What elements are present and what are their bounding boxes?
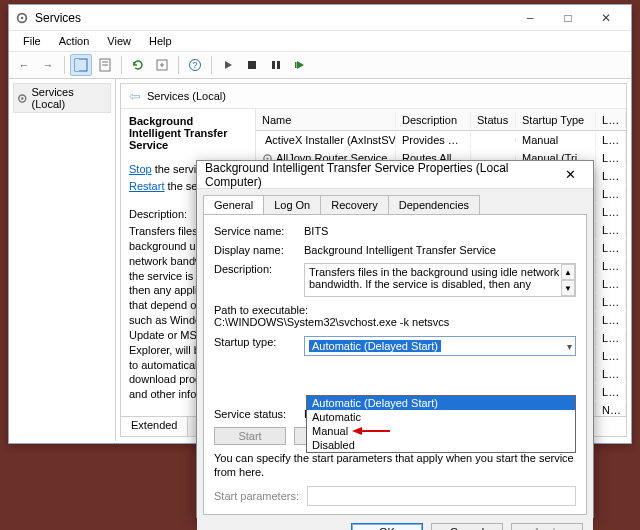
play-icon[interactable] — [217, 54, 239, 76]
start-params-note: You can specify the start parameters tha… — [214, 451, 576, 480]
ok-button[interactable]: OK — [351, 523, 423, 530]
svg-rect-12 — [277, 61, 280, 69]
close-button[interactable]: ✕ — [587, 5, 625, 31]
col-description[interactable]: Description — [396, 112, 471, 128]
window-title: Services — [35, 11, 511, 25]
description-value: Transfers files in the background using … — [309, 266, 559, 290]
refresh-icon[interactable] — [127, 54, 149, 76]
menubar: File Action View Help — [9, 31, 631, 52]
menu-help[interactable]: Help — [141, 33, 180, 49]
svg-rect-11 — [272, 61, 275, 69]
show-hide-tree-icon[interactable] — [70, 54, 92, 76]
option-auto-delayed[interactable]: Automatic (Delayed Start) — [307, 396, 575, 410]
tab-logon[interactable]: Log On — [263, 195, 321, 214]
option-manual[interactable]: Manual — [307, 424, 575, 438]
col-name[interactable]: Name — [256, 112, 396, 128]
startup-type-label: Startup type: — [214, 336, 304, 348]
start-params-label: Start parameters: — [214, 490, 299, 502]
col-status[interactable]: Status — [471, 112, 516, 128]
nav-forward-icon[interactable]: → — [37, 54, 59, 76]
service-name-label: Service name: — [214, 225, 304, 237]
svg-rect-13 — [295, 62, 297, 68]
start-button[interactable]: Start — [214, 427, 286, 445]
content-header: ⇦ Services (Local) — [121, 84, 626, 109]
tab-general[interactable]: General — [203, 195, 264, 214]
selected-service-title: Background Intelligent Transfer Service — [129, 115, 247, 151]
export-icon[interactable] — [151, 54, 173, 76]
description-label: Description: — [214, 263, 304, 275]
chevron-down-icon: ▾ — [567, 341, 572, 352]
tab-dependencies[interactable]: Dependencies — [388, 195, 480, 214]
option-automatic[interactable]: Automatic — [307, 410, 575, 424]
tab-recovery[interactable]: Recovery — [320, 195, 388, 214]
stop-icon[interactable] — [241, 54, 263, 76]
dialog-tabs: General Log On Recovery Dependencies — [197, 189, 593, 214]
panel-back-icon[interactable]: ⇦ — [129, 88, 141, 104]
gear-icon — [17, 93, 28, 104]
display-name-label: Display name: — [214, 244, 304, 256]
maximize-button[interactable]: □ — [549, 5, 587, 31]
tab-extended[interactable]: Extended — [121, 417, 188, 436]
services-icon — [15, 11, 29, 25]
path-label: Path to executable: — [214, 304, 576, 316]
toolbar: ← → ? — [9, 52, 631, 79]
description-scroll[interactable]: ▲▼ — [561, 264, 575, 296]
path-value: C:\WINDOWS\System32\svchost.exe -k netsv… — [214, 316, 576, 328]
stop-link[interactable]: Stop — [129, 163, 152, 175]
svg-rect-3 — [75, 59, 79, 71]
dialog-footer: OK Cancel Apply — [197, 515, 593, 530]
menu-action[interactable]: Action — [51, 33, 98, 49]
panel-title: Services (Local) — [147, 90, 226, 102]
col-startup[interactable]: Startup Type — [516, 112, 596, 128]
menu-file[interactable]: File — [15, 33, 49, 49]
restart-icon[interactable] — [289, 54, 311, 76]
tree-label: Services (Local) — [32, 86, 107, 110]
minimize-button[interactable]: – — [511, 5, 549, 31]
service-name-value: BITS — [304, 225, 576, 237]
startup-type-value: Automatic (Delayed Start) — [309, 340, 441, 352]
service-status-label: Service status: — [214, 408, 304, 420]
dialog-close-icon[interactable]: ✕ — [555, 167, 585, 182]
svg-point-1 — [21, 16, 24, 19]
dialog-titlebar[interactable]: Background Intelligent Transfer Service … — [197, 161, 593, 189]
start-params-input[interactable] — [307, 486, 576, 506]
properties-icon[interactable] — [94, 54, 116, 76]
startup-type-select[interactable]: Automatic (Delayed Start) ▾ — [304, 336, 576, 356]
list-header[interactable]: Name Description Status Startup Type Log — [256, 109, 626, 131]
display-name-value: Background Intelligent Transfer Service — [304, 244, 576, 256]
properties-dialog: Background Intelligent Transfer Service … — [196, 160, 594, 518]
titlebar[interactable]: Services – □ ✕ — [9, 5, 631, 31]
nav-back-icon[interactable]: ← — [13, 54, 35, 76]
help-icon[interactable]: ? — [184, 54, 206, 76]
svg-text:?: ? — [192, 60, 197, 70]
apply-button[interactable]: Apply — [511, 523, 583, 530]
menu-view[interactable]: View — [99, 33, 139, 49]
cancel-button[interactable]: Cancel — [431, 523, 503, 530]
svg-point-15 — [21, 97, 23, 99]
svg-point-19 — [266, 157, 268, 159]
dialog-body: Service name: BITS Display name: Backgro… — [203, 214, 587, 515]
option-disabled[interactable]: Disabled — [307, 438, 575, 452]
restart-link[interactable]: Restart — [129, 180, 164, 192]
tree-node-services-local[interactable]: Services (Local) — [13, 83, 111, 113]
scroll-up-icon[interactable]: ▲ — [561, 264, 575, 280]
scroll-down-icon[interactable]: ▼ — [561, 280, 575, 296]
startup-type-dropdown[interactable]: Automatic (Delayed Start) Automatic Manu… — [306, 395, 576, 453]
col-logon[interactable]: Log — [596, 112, 626, 128]
tree-pane: Services (Local) — [9, 79, 116, 441]
table-row[interactable]: ActiveX Installer (AxInstSV)Provides Us.… — [256, 131, 626, 149]
svg-rect-10 — [248, 61, 256, 69]
pause-icon[interactable] — [265, 54, 287, 76]
dialog-title: Background Intelligent Transfer Service … — [205, 161, 555, 189]
description-box[interactable]: Transfers files in the background using … — [304, 263, 576, 297]
